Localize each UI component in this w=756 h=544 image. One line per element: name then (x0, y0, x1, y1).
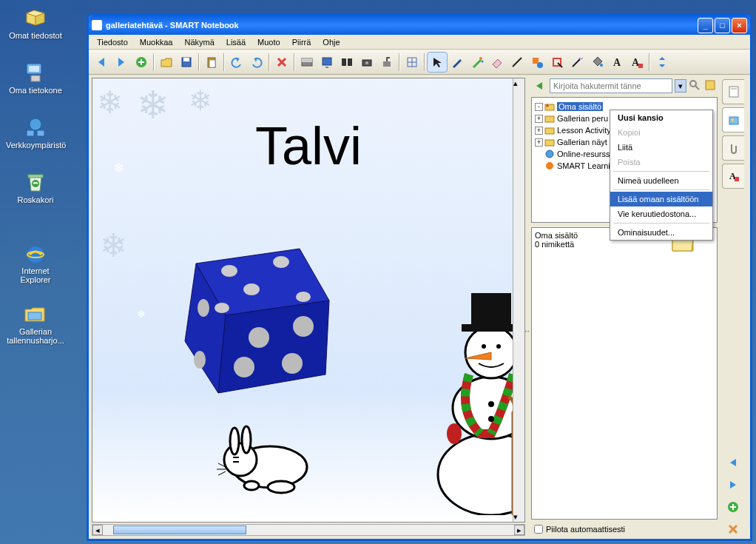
ctx-paste[interactable]: Liitä (610, 140, 712, 155)
autohide-checkbox[interactable] (534, 525, 543, 534)
creative-pen-button[interactable] (468, 53, 487, 72)
menu-file[interactable]: Tiedosto (92, 36, 133, 48)
back-button[interactable] (92, 53, 111, 72)
dice-object[interactable] (159, 219, 344, 404)
ctx-properties[interactable]: Ominaisuudet... (610, 225, 712, 240)
close-button[interactable]: × (732, 18, 747, 33)
move-toolbar-button[interactable] (652, 53, 672, 72)
tab-attachments[interactable] (722, 135, 744, 161)
svg-rect-15 (209, 60, 215, 67)
magic-pen-button[interactable] (567, 53, 587, 72)
panel-prev-button[interactable] (723, 453, 743, 472)
line-button[interactable] (507, 53, 527, 72)
menu-help[interactable]: Ohje (317, 36, 345, 48)
svg-point-26 (479, 57, 482, 60)
pen-button[interactable] (448, 53, 467, 72)
menu-edit[interactable]: Muokkaa (135, 36, 178, 48)
capture-button[interactable] (357, 53, 377, 72)
globe-icon (544, 150, 555, 158)
select-button[interactable] (428, 53, 447, 72)
shapes-button[interactable] (527, 53, 547, 72)
ctx-delete: Poista (610, 155, 712, 169)
svg-rect-5 (37, 130, 44, 136)
svg-rect-80 (731, 88, 737, 90)
trash-icon (24, 170, 47, 194)
redo-button[interactable] (247, 53, 266, 72)
ctx-new-folder[interactable]: Uusi kansio (610, 110, 712, 125)
open-button[interactable] (157, 53, 176, 72)
menu-format[interactable]: Muoto (252, 36, 286, 48)
autohide-row: Piilota automaattisesti (531, 523, 718, 536)
svg-rect-4 (27, 130, 34, 136)
paste-button[interactable] (202, 53, 221, 72)
panel-add-button[interactable] (723, 497, 743, 517)
expand-icon[interactable]: + (535, 115, 543, 123)
horizontal-scrollbar[interactable]: ◂ ▸ (92, 524, 525, 536)
search-settings-button[interactable] (704, 79, 718, 93)
resize-handle-icon[interactable]: ↔ (523, 326, 531, 335)
ctx-separator (613, 223, 709, 224)
expand-icon[interactable]: + (535, 138, 543, 147)
svg-rect-81 (729, 117, 738, 124)
vertical-scrollbar[interactable]: ▴ ▾ (513, 78, 524, 522)
svg-point-54 (268, 481, 294, 493)
gallery-content-pane[interactable]: Oma sisältö 0 nimikettä (531, 227, 718, 520)
text-button[interactable]: A (607, 53, 627, 72)
canvas-area: ❄ ❄ ❄ ❄ ❄ ❄ Talvi (89, 75, 528, 539)
star-folder-icon (544, 102, 555, 111)
panel-delete-button[interactable] (723, 520, 743, 539)
search-go-button[interactable] (689, 79, 702, 93)
svg-point-44 (198, 299, 209, 317)
screen-shade-button[interactable] (297, 53, 317, 72)
forward-button[interactable] (112, 53, 131, 72)
documents-icon (24, 6, 47, 30)
panel-next-button[interactable] (723, 475, 743, 494)
shape-pen-button[interactable] (547, 53, 567, 72)
tab-gallery[interactable] (722, 107, 744, 132)
minimize-button[interactable]: _ (698, 18, 713, 33)
svg-point-82 (731, 118, 734, 121)
titlebar[interactable]: galleriatehtävä - SMART Notebook _ □ × (89, 16, 750, 35)
tab-properties[interactable]: A (722, 164, 744, 189)
panel-back-button[interactable] (531, 78, 547, 94)
collapse-icon[interactable]: - (535, 103, 543, 111)
fullscreen-button[interactable] (317, 53, 337, 72)
properties-button[interactable]: A (627, 53, 647, 72)
svg-point-27 (482, 60, 484, 62)
maximize-button[interactable]: □ (715, 18, 730, 33)
autohide-label: Piilota automaattisesti (546, 525, 625, 534)
ctx-add-to-own[interactable]: Lisää omaan sisältöön (610, 192, 712, 206)
doc-camera-button[interactable] (377, 53, 396, 72)
desktop-icon-trash[interactable]: Roskakori (6, 170, 65, 204)
undo-button[interactable] (227, 53, 246, 72)
desktop-icon-ie[interactable]: Internet Explorer (6, 241, 65, 284)
search-input[interactable] (550, 78, 672, 93)
delete-button[interactable] (272, 53, 291, 72)
ctx-export[interactable]: Vie keruutiedostona... (610, 206, 712, 221)
eraser-button[interactable] (487, 53, 507, 72)
desktop-icon-network[interactable]: Verkkoympäristö (6, 115, 65, 150)
ctx-rename[interactable]: Nimeä uudelleen (610, 173, 712, 188)
svg-point-30 (537, 62, 543, 68)
tab-page-sorter[interactable] (722, 79, 744, 104)
rabbit-object[interactable] (211, 419, 322, 500)
expand-icon[interactable]: + (535, 127, 543, 135)
add-page-button[interactable] (132, 53, 151, 72)
menu-insert[interactable]: Lisää (221, 36, 251, 48)
page-canvas[interactable]: ❄ ❄ ❄ ❄ ❄ ❄ Talvi (92, 78, 525, 523)
desktop-icon-computer[interactable]: Oma tietokone (6, 61, 65, 95)
menu-view[interactable]: Näkymä (179, 36, 219, 48)
search-dropdown-button[interactable]: ▾ (675, 79, 686, 93)
save-button[interactable] (177, 53, 196, 72)
svg-point-42 (215, 303, 229, 313)
menu-draw[interactable]: Piirrä (287, 36, 317, 48)
svg-rect-10 (28, 312, 41, 320)
snowman-object[interactable] (421, 263, 525, 515)
svg-point-78 (546, 162, 553, 169)
desktop-icon-documents[interactable]: Omat tiedostot (6, 6, 65, 40)
table-button[interactable] (402, 53, 422, 72)
fill-button[interactable] (587, 53, 607, 72)
svg-rect-59 (471, 293, 511, 326)
dual-page-button[interactable] (337, 53, 357, 72)
desktop-icon-gallery[interactable]: Gallerian tallennusharjo... (6, 302, 65, 345)
